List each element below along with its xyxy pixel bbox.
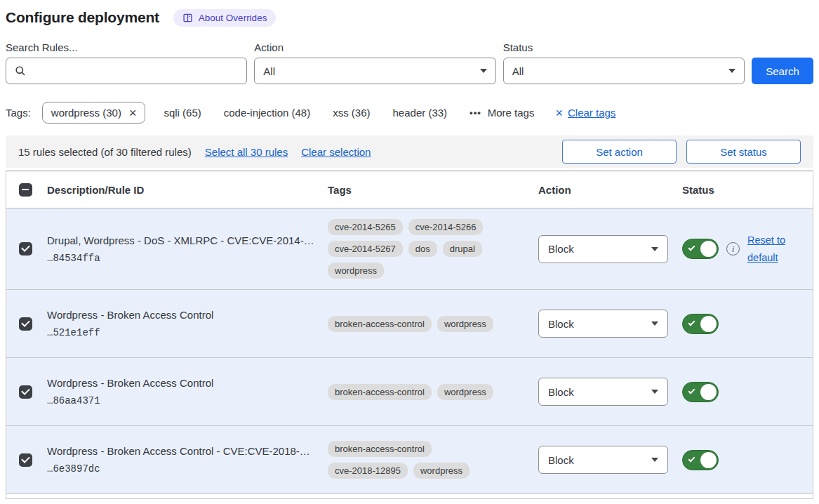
table-row: Wordpress - Broken Access Control …86aa4… xyxy=(6,358,813,426)
rule-action-value: Block xyxy=(548,318,574,330)
action-filter-select[interactable]: All xyxy=(254,58,495,84)
page-title: Configure deployment xyxy=(6,9,159,26)
check-icon xyxy=(688,455,695,462)
rule-description: Wordpress - Broken Access Control xyxy=(47,377,317,389)
info-icon[interactable]: i xyxy=(726,242,740,256)
more-tags-label: More tags xyxy=(488,107,535,119)
check-icon xyxy=(688,244,695,251)
rule-action-value: Block xyxy=(548,454,574,466)
tag-pill: broken-access-control xyxy=(328,384,432,400)
toggle-knob xyxy=(700,384,717,400)
configure-deployment-page: Configure deployment About Overrides Sea… xyxy=(0,0,819,499)
column-header-tags: Tags xyxy=(328,184,538,196)
rule-id: …84534ffa xyxy=(47,253,317,264)
status-toggle[interactable] xyxy=(682,314,719,334)
rule-action-cell: Block xyxy=(538,446,682,474)
rule-id: …521e1eff xyxy=(47,327,317,338)
rule-description-cell: Wordpress - Broken Access Control - CVE:… xyxy=(47,445,328,475)
rules-table: Description/Rule ID Tags Action Status D… xyxy=(6,171,813,499)
set-status-button[interactable]: Set status xyxy=(686,140,801,164)
status-toggle[interactable] xyxy=(682,239,719,259)
rule-description-cell: Wordpress - Broken Access Control …521e1… xyxy=(47,309,328,338)
action-filter-value: All xyxy=(263,65,275,77)
search-input-wrapper xyxy=(6,58,247,84)
toggle-knob xyxy=(700,452,717,468)
rule-status-cell: i Reset to default xyxy=(682,232,813,266)
next-row-stub xyxy=(6,494,813,498)
table-row: Wordpress - Broken Access Control …521e1… xyxy=(6,290,813,358)
toggle-knob xyxy=(700,316,717,332)
rule-action-cell: Block xyxy=(538,235,682,263)
filters-row: Search Rules... Action All Status xyxy=(6,41,813,84)
about-overrides-label: About Overrides xyxy=(199,13,267,23)
rule-tags-cell: broken-access-controlwordpress xyxy=(328,384,505,400)
selected-tag-wordpress[interactable]: wordpress (30) × xyxy=(42,102,146,124)
tag-pill: cve-2014-5267 xyxy=(328,241,403,257)
rule-description: Wordpress - Broken Access Control xyxy=(47,309,317,321)
rule-action-select[interactable]: Block xyxy=(538,446,668,474)
table-header-row: Description/Rule ID Tags Action Status xyxy=(6,171,813,208)
tag-option[interactable]: xss (36) xyxy=(333,107,370,119)
status-toggle[interactable] xyxy=(682,382,719,402)
column-header-description: Description/Rule ID xyxy=(47,184,328,196)
tag-pill: broken-access-control xyxy=(328,441,432,457)
status-toggle[interactable] xyxy=(682,450,719,470)
clear-tags-button[interactable]: × Clear tags xyxy=(555,107,615,119)
chevron-down-icon xyxy=(651,390,658,394)
select-all-rules-link[interactable]: Select all 30 rules xyxy=(205,146,288,158)
set-action-button[interactable]: Set action xyxy=(562,140,677,164)
status-filter-select[interactable]: All xyxy=(503,58,745,84)
tag-pill: drupal xyxy=(443,241,482,257)
rule-status-cell xyxy=(682,314,813,334)
ellipsis-icon: ••• xyxy=(470,107,481,118)
tag-option[interactable]: sqli (65) xyxy=(164,107,201,119)
tag-pill: broken-access-control xyxy=(328,316,432,332)
selection-bar: 15 rules selected (of 30 filtered rules)… xyxy=(6,135,813,168)
clear-selection-link[interactable]: Clear selection xyxy=(301,146,371,158)
rule-status-cell xyxy=(682,450,813,470)
tag-option[interactable]: code-injection (48) xyxy=(224,107,310,119)
clear-tags-label: Clear tags xyxy=(568,107,615,119)
close-icon[interactable]: × xyxy=(129,108,137,118)
search-rules-input[interactable] xyxy=(32,65,238,78)
rule-id: …6e3897dc xyxy=(47,463,317,475)
search-rules-group: Search Rules... xyxy=(6,41,247,84)
rule-tags-cell: broken-access-controlcve-2018-12895wordp… xyxy=(328,441,505,479)
chevron-down-icon xyxy=(728,69,735,73)
row-checkbox[interactable] xyxy=(19,453,32,467)
more-tags-button[interactable]: ••• More tags xyxy=(470,107,534,119)
rule-tags-cell: cve-2014-5265cve-2014-5266cve-2014-5267d… xyxy=(328,219,505,279)
row-checkbox[interactable] xyxy=(19,317,32,331)
selected-tag-label: wordpress (30) xyxy=(51,107,121,119)
book-icon xyxy=(182,13,193,23)
row-checkbox[interactable] xyxy=(19,242,32,256)
row-checkbox[interactable] xyxy=(19,385,32,399)
search-rules-label: Search Rules... xyxy=(6,41,247,53)
rule-tags-cell: broken-access-controlwordpress xyxy=(328,316,505,332)
page-header: Configure deployment About Overrides xyxy=(6,7,813,28)
rule-action-value: Block xyxy=(548,386,574,398)
rule-id: …86aa4371 xyxy=(47,395,317,406)
status-filter-label: Status xyxy=(503,41,745,53)
chevron-down-icon xyxy=(651,247,658,251)
tag-pill: dos xyxy=(408,241,437,257)
rule-action-select[interactable]: Block xyxy=(538,235,668,263)
tag-option[interactable]: header (33) xyxy=(393,107,448,119)
rule-action-select[interactable]: Block xyxy=(538,378,668,406)
about-overrides-badge[interactable]: About Overrides xyxy=(173,9,277,27)
rule-description-cell: Drupal, Wordpress - DoS - XMLRPC - CVE:C… xyxy=(47,234,328,264)
rule-action-cell: Block xyxy=(538,310,682,338)
tag-pill: wordpress xyxy=(328,263,384,279)
search-button[interactable]: Search xyxy=(752,58,813,84)
column-header-action: Action xyxy=(538,184,682,196)
table-body: Drupal, Wordpress - DoS - XMLRPC - CVE:C… xyxy=(6,208,813,494)
status-filter-value: All xyxy=(512,65,524,77)
rule-action-value: Block xyxy=(548,243,574,255)
tag-options: sqli (65)code-injection (48)xss (36)head… xyxy=(164,107,470,119)
reset-to-default-link[interactable]: Reset to default xyxy=(747,232,792,266)
select-all-checkbox[interactable] xyxy=(19,183,32,197)
table-row: Drupal, Wordpress - DoS - XMLRPC - CVE:C… xyxy=(6,208,813,290)
rule-action-select[interactable]: Block xyxy=(538,310,668,338)
rule-status-cell xyxy=(682,382,813,402)
action-filter-group: Action All xyxy=(254,41,495,84)
